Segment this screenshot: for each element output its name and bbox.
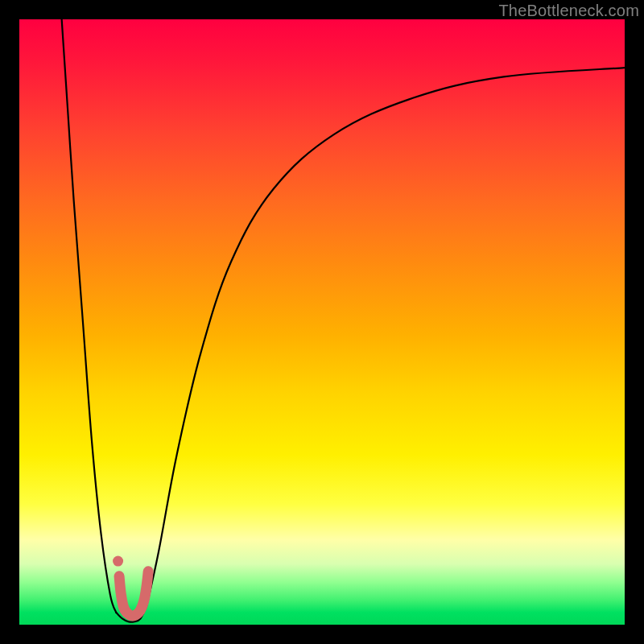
chart-frame: TheBottleneck.com [0, 0, 644, 644]
plot-area [19, 19, 625, 625]
watermark-text: TheBottleneck.com [498, 2, 639, 20]
bottleneck-curve [62, 19, 625, 622]
curve-left-branch [62, 19, 117, 613]
curve-right-branch [147, 68, 625, 606]
marker-j-stroke [119, 572, 148, 616]
curve-layer [19, 19, 625, 625]
marker-dot [113, 556, 123, 567]
highlight-marker [113, 556, 148, 616]
